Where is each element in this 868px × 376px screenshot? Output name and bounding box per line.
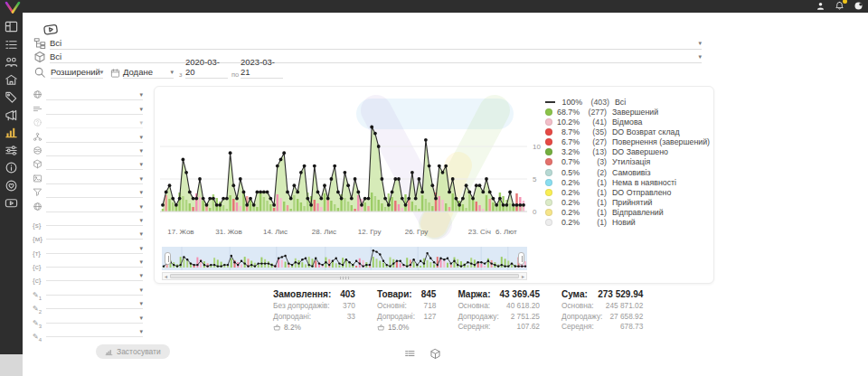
filter-select-field[interactable]: ▾ [46, 243, 143, 254]
filter-select-field[interactable]: ▾ [46, 326, 143, 337]
filter-select-field[interactable]: ▾ [46, 146, 143, 156]
filter-select-field[interactable]: ▾ [46, 159, 143, 170]
legend-item[interactable]: 0.2%(1)Новий [545, 218, 712, 228]
legend-item[interactable]: 0.2%(1)Відправлений [545, 208, 712, 218]
filter-select-field[interactable]: ▾ [46, 104, 143, 115]
legend-item[interactable]: 100%(403)Всі [545, 97, 712, 107]
minimap-right-handle[interactable] [518, 252, 524, 265]
date-field-value: Додане [123, 67, 153, 77]
sidebar-item-orders[interactable] [5, 38, 18, 52]
legend-item[interactable]: 3.2%(13)DO Завершено [545, 147, 712, 157]
legend-percent: 0.2% [552, 178, 580, 187]
legend-item[interactable]: 0.5%(2)Самовивіз [545, 167, 712, 177]
summary-list-icon[interactable] [404, 347, 416, 359]
filter-row-media[interactable]: ▾ [33, 170, 143, 183]
sidebar-item-sales-tags[interactable] [5, 90, 18, 104]
lines-icon [33, 104, 46, 115]
legend-item[interactable]: 6.7%(27)Повернення (завершений) [545, 137, 712, 147]
topbar-actions [816, 1, 863, 11]
filter-row-funnel[interactable]: ▾ [33, 184, 143, 198]
filter-select-field[interactable]: ▾ [46, 285, 143, 296]
filter-select-field[interactable]: ▾ [46, 298, 143, 309]
sidebar-item-store[interactable] [5, 73, 18, 87]
chevron-down-icon: ▾ [139, 230, 143, 239]
filter-row-var-t[interactable]: {т}▾ [33, 240, 143, 253]
sidebar-item-customers[interactable] [5, 55, 18, 69]
search-mode-select[interactable]: Розширений ▾ [51, 66, 103, 79]
date-from-input[interactable]: 2020-03-20 [185, 66, 228, 79]
scrollbar-thumb[interactable] [170, 274, 519, 278]
sidebar-item-video-lessons[interactable] [5, 196, 18, 210]
sidebar-item-support[interactable] [5, 179, 18, 193]
filter-row-source[interactable]: ▾ [33, 143, 143, 156]
filter-select-field[interactable]: ▾ [46, 257, 143, 268]
legend-swatch [545, 148, 552, 155]
apply-button[interactable]: Застосувати [96, 344, 170, 359]
filter-row-var-c2[interactable]: {с}▾ [33, 268, 143, 281]
svg-text:5: 5 [533, 175, 537, 183]
minimap-left-handle[interactable] [165, 252, 171, 265]
chevron-down-icon: ▾ [139, 118, 143, 127]
filter-select-field[interactable]: ▾ [46, 202, 143, 212]
category-filter-select[interactable]: Всі ▾ [50, 37, 702, 50]
sidebar-item-marketing[interactable] [5, 108, 18, 122]
filter-select-field[interactable]: ▾ [46, 215, 143, 226]
filter-row-var-m[interactable]: {м}▾ [33, 226, 143, 240]
notifications-bell-icon[interactable] [835, 1, 844, 11]
date-field-select[interactable]: Додане ▾ [123, 66, 174, 79]
filter-row-custom-field-3[interactable]: ✎3▾ [33, 309, 143, 323]
main-chart: 0510 [160, 92, 558, 228]
filter-row-custom-field-2[interactable]: ✎2▾ [33, 296, 143, 309]
profile-icon[interactable] [816, 1, 826, 11]
legend-item[interactable]: 0.7%(3)Утилізація [545, 157, 712, 167]
filter-select-field[interactable]: ▾ [46, 229, 143, 240]
filter-select-field[interactable]: ▾ [46, 187, 143, 198]
filter-row-products[interactable]: ▾ [33, 156, 143, 170]
filter-row-status-group[interactable]: ▾ [33, 87, 143, 100]
legend-swatch [545, 169, 552, 176]
legend-item[interactable]: 68.7%(277)Завершений [545, 107, 712, 117]
filter-select-field[interactable]: ▾ [46, 270, 143, 281]
filter-row-statuses[interactable]: ▾ [33, 100, 143, 114]
chevron-down-icon: ▾ [139, 202, 143, 212]
stat-value: 273 529.94 [598, 289, 643, 299]
scroll-left-icon[interactable]: ◂ [165, 273, 167, 280]
filter-row-help[interactable]: ▾ [33, 115, 143, 128]
chevron-down-icon: ▾ [139, 244, 143, 253]
chevron-down-icon: ▾ [139, 90, 143, 99]
legend-item[interactable]: 8.7%(35)DO Возврат склад [545, 127, 712, 136]
filter-row-managers[interactable]: ▾ [33, 128, 143, 142]
filter-row-custom-field-4[interactable]: ✎4▾ [33, 324, 143, 337]
filter-select-field[interactable]: ▾ [46, 132, 143, 143]
legend-swatch [545, 118, 552, 126]
products-box-icon[interactable] [429, 347, 441, 359]
filter-select-field[interactable]: ▾ [46, 89, 143, 100]
filter-select-field[interactable]: ▾ [46, 118, 143, 128]
app-root: Всі ▾ Всі ▾ Розширений ▾ Додане ▾ з 2020… [0, 0, 868, 376]
app-logo[interactable] [2, 0, 24, 14]
filter-row-var-c1[interactable]: {с}▾ [33, 254, 143, 268]
sidebar-item-info[interactable] [5, 161, 18, 174]
sidebar-item-integrations[interactable] [5, 144, 18, 157]
filter-row-region[interactable]: ▾ [33, 198, 143, 212]
chart-scrollbar[interactable]: ◂ ▸ [162, 272, 527, 280]
video-help-icon[interactable] [39, 20, 62, 38]
avatar-icon[interactable] [854, 1, 863, 11]
filter-select-field[interactable]: ▾ [46, 174, 143, 184]
chart-minimap[interactable] [162, 247, 527, 270]
legend-item[interactable]: 0.2%(1)DO Отправлено [545, 187, 712, 197]
chart-icon [105, 348, 113, 356]
filter-row-custom-field-1[interactable]: ✎1▾ [33, 281, 143, 295]
legend-item[interactable]: 0.2%(1)Нема в наявності [545, 177, 712, 187]
glyph-var-s-icon: {s} [33, 215, 46, 226]
scroll-right-icon[interactable]: ▸ [522, 273, 524, 280]
product-filter-select[interactable]: Всі ▾ [50, 51, 702, 63]
sidebar-item-dashboard[interactable] [5, 20, 18, 33]
sidebar-item-analytics[interactable] [5, 126, 18, 139]
date-to-label: по [231, 70, 239, 79]
filter-select-field[interactable]: ▾ [46, 313, 143, 324]
filter-row-var-s[interactable]: {s}▾ [33, 212, 143, 226]
date-to-input[interactable]: 2023-03-21 [241, 66, 283, 79]
legend-item[interactable]: 0.2%(1)Прийнятий [545, 197, 712, 207]
legend-item[interactable]: 10.2%(41)Відмова [545, 117, 712, 127]
